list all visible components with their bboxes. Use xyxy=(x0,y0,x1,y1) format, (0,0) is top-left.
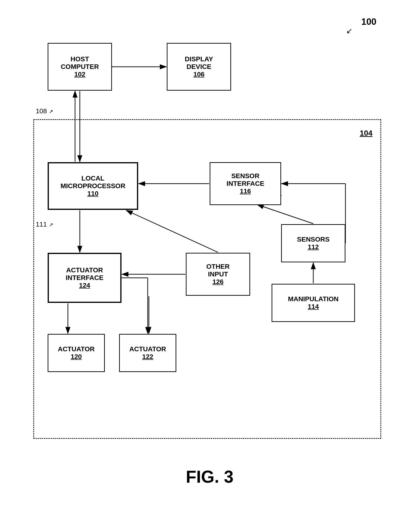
si-line2: INTERFACE xyxy=(227,180,264,188)
other-input-box: OTHER INPUT 126 xyxy=(186,253,250,296)
lmp-line1: LOCAL xyxy=(81,175,104,182)
display-device-box: DISPLAY DEVICE 106 xyxy=(167,43,231,91)
display-device-line2: DEVICE xyxy=(187,63,211,71)
actuator1-box: ACTUATOR 120 xyxy=(48,334,105,372)
oi-line1: OTHER xyxy=(206,263,230,270)
sensors-line1: SENSORS xyxy=(297,236,330,243)
manipulation-box: MANIPULATION 114 xyxy=(272,284,355,322)
lmp-line2: MICROPROCESSOR xyxy=(61,182,125,190)
ref-100-arrow: ↙ xyxy=(346,26,353,35)
act2-ref: 122 xyxy=(142,353,153,360)
figure-caption: FIG. 3 xyxy=(186,467,233,487)
host-computer-box: HOST COMPUTER 102 xyxy=(48,43,112,91)
host-computer-ref: 102 xyxy=(74,71,86,78)
ai-ref: 124 xyxy=(79,282,90,289)
actuator-interface-box: ACTUATOR INTERFACE 124 xyxy=(48,253,121,303)
ref-100-label: 100 xyxy=(361,17,376,27)
act2-line1: ACTUATOR xyxy=(129,345,166,353)
sensor-interface-box: SENSOR INTERFACE 116 xyxy=(210,162,281,205)
si-ref: 116 xyxy=(240,188,251,195)
host-computer-line2: COMPUTER xyxy=(61,63,99,71)
si-line1: SENSOR xyxy=(231,172,259,180)
ref-108-label: 108 ↗ xyxy=(36,107,53,115)
lmp-ref: 110 xyxy=(87,190,99,197)
sensors-box: SENSORS 112 xyxy=(281,224,345,262)
actuator2-box: ACTUATOR 122 xyxy=(119,334,176,372)
manip-line1: MANIPULATION xyxy=(288,295,339,303)
local-microprocessor-box: LOCAL MICROPROCESSOR 110 xyxy=(48,162,138,210)
ai-line1: ACTUATOR xyxy=(66,266,103,274)
host-computer-line1: HOST xyxy=(71,55,89,63)
sensors-ref: 112 xyxy=(308,243,319,251)
ai-line2: INTERFACE xyxy=(66,274,104,282)
oi-line2: INPUT xyxy=(208,270,228,278)
act1-line1: ACTUATOR xyxy=(58,345,95,353)
display-device-line1: DISPLAY xyxy=(185,55,213,63)
manip-ref: 114 xyxy=(308,303,319,311)
ref-111-label: 111 ↗ xyxy=(36,221,53,228)
oi-ref: 126 xyxy=(213,278,224,286)
act1-ref: 120 xyxy=(71,353,82,360)
ref-104-label: 104 xyxy=(360,129,372,138)
display-device-ref: 106 xyxy=(193,71,205,78)
